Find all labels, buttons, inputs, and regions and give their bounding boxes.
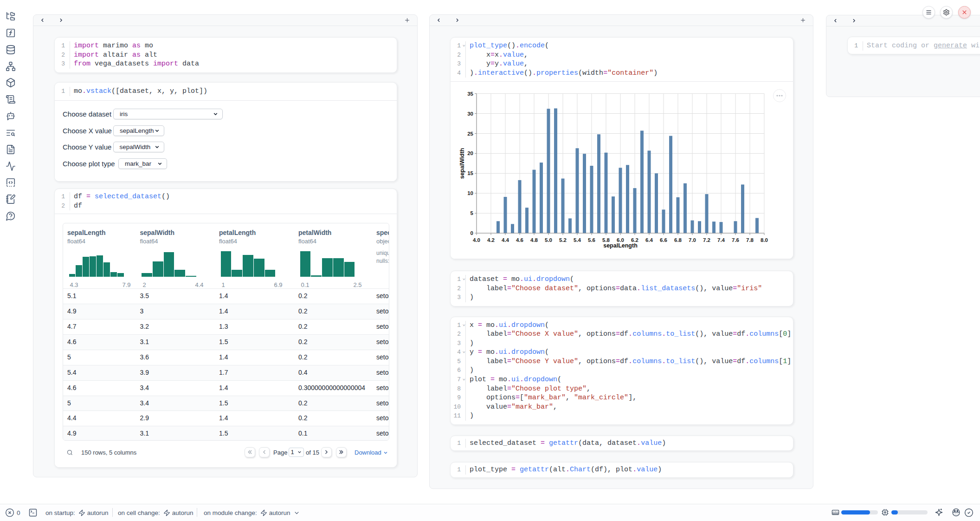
svg-text:sepalLength: sepalLength bbox=[603, 242, 638, 249]
svg-text:7.4: 7.4 bbox=[717, 237, 725, 243]
svg-text:35: 35 bbox=[467, 91, 473, 97]
svg-text:7.6: 7.6 bbox=[732, 237, 739, 243]
svg-text:0: 0 bbox=[471, 230, 473, 236]
svg-text:5.2: 5.2 bbox=[559, 237, 567, 243]
svg-text:6.6: 6.6 bbox=[660, 237, 667, 243]
svg-text:7.2: 7.2 bbox=[703, 237, 710, 243]
svg-text:5.0: 5.0 bbox=[545, 237, 552, 243]
svg-text:5.4: 5.4 bbox=[574, 237, 581, 243]
svg-text:4.4: 4.4 bbox=[502, 237, 509, 243]
svg-text:15: 15 bbox=[467, 171, 473, 176]
svg-text:4.0: 4.0 bbox=[473, 237, 480, 243]
svg-text:4.8: 4.8 bbox=[530, 237, 538, 243]
svg-text:20: 20 bbox=[467, 151, 473, 156]
svg-text:6.4: 6.4 bbox=[645, 237, 653, 243]
svg-text:25: 25 bbox=[467, 131, 473, 137]
svg-text:4.6: 4.6 bbox=[516, 237, 523, 243]
svg-text:sepalWidth: sepalWidth bbox=[459, 148, 465, 179]
svg-text:10: 10 bbox=[467, 191, 473, 196]
svg-text:5: 5 bbox=[471, 211, 474, 216]
svg-text:7.8: 7.8 bbox=[746, 237, 754, 243]
svg-text:8.0: 8.0 bbox=[761, 237, 768, 243]
svg-text:30: 30 bbox=[467, 111, 473, 117]
svg-text:5.6: 5.6 bbox=[588, 237, 595, 243]
svg-text:4.2: 4.2 bbox=[487, 237, 495, 243]
svg-text:7.0: 7.0 bbox=[689, 237, 696, 243]
svg-text:6.8: 6.8 bbox=[674, 237, 682, 243]
